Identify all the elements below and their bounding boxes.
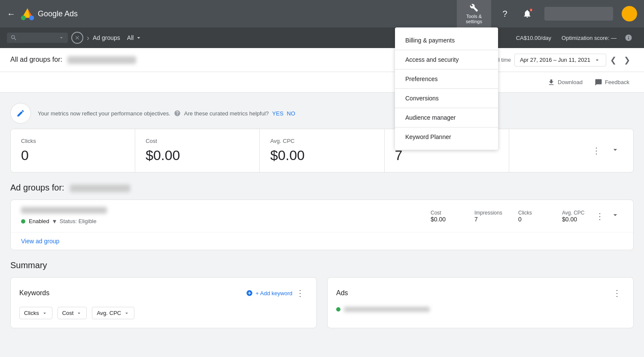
campaign-card: Enabled ▾ Status: Eligible Cost $0.00 Im… — [10, 200, 634, 250]
metric-avg-cpc: Avg. CPC $0.00 — [260, 129, 384, 172]
metrics-note: Your metrics now reflect your performanc… — [38, 110, 295, 117]
metric-clicks: Clicks 0 — [11, 129, 135, 172]
metric-clicks-value: 0 — [21, 148, 125, 163]
status-enabled-dot — [21, 219, 25, 224]
ads-title: Ads — [336, 289, 609, 297]
help-button[interactable]: ? — [496, 5, 513, 22]
edit-button[interactable] — [10, 103, 31, 124]
ad-groups-campaign-blurred: ████████████ — [70, 185, 130, 192]
account-search[interactable] — [544, 7, 613, 21]
avg-cpc-dropdown[interactable]: Avg. CPC — [92, 307, 134, 319]
help-icon: ? — [502, 9, 507, 19]
clicks-dropdown-icon — [42, 310, 48, 316]
summary-title: Summary — [10, 260, 634, 270]
app-logo: Google Ads — [21, 7, 78, 21]
feedback-button[interactable]: Feedback — [590, 76, 634, 89]
metrics-expand-button[interactable] — [608, 144, 623, 158]
date-range-selector[interactable]: Apr 27, 2016 – Jun 11, 2021 — [514, 54, 606, 67]
helpful-no[interactable]: NO — [287, 110, 295, 117]
notification-count: 1 — [529, 8, 533, 12]
chevron-down-date-icon — [594, 57, 601, 64]
campaign-more-button[interactable]: ⋮ — [592, 209, 608, 223]
campaign-name-area: Enabled ▾ Status: Eligible — [21, 207, 431, 225]
keywords-title: Keywords — [19, 289, 246, 297]
keywords-more-button[interactable]: ⋮ — [292, 286, 308, 300]
search-box[interactable] — [7, 33, 68, 43]
status-dropdown-button[interactable]: ▾ — [53, 217, 56, 225]
ads-blurred-content — [344, 307, 430, 312]
metric-avg-cpc-value: $0.00 — [270, 148, 374, 163]
ads-dot — [336, 307, 340, 312]
wrench-icon — [469, 3, 479, 12]
menu-keyword-planner[interactable]: Keyword Planner — [395, 127, 498, 146]
helpful-yes[interactable]: YES — [272, 110, 283, 117]
camp-metric-cost: Cost $0.00 — [431, 210, 461, 223]
campaign-expand-button[interactable] — [608, 209, 623, 223]
status-label: Status: Eligible — [60, 218, 97, 224]
view-ad-group-link[interactable]: View ad group — [11, 233, 633, 250]
menu-audience-manager[interactable]: Audience manager — [395, 108, 498, 127]
budget-display: CA$10.00/day — [516, 35, 551, 41]
cost-dropdown[interactable]: Cost — [58, 307, 87, 319]
campaign-name-blurred: ████████████ — [67, 56, 136, 64]
breadcrumb-separator: › — [87, 33, 89, 42]
menu-preferences[interactable]: Preferences — [395, 70, 498, 89]
svg-point-4 — [21, 15, 26, 20]
cost-dropdown-icon — [76, 310, 82, 316]
metric-clicks-label: Clicks — [21, 138, 125, 144]
tools-settings-button[interactable]: Tools & settings — [457, 0, 491, 27]
keywords-card-header: Keywords + Add keyword ⋮ — [19, 286, 308, 300]
avg-cpc-dropdown-icon — [124, 310, 130, 316]
breadcrumb-all-dropdown[interactable]: All — [124, 33, 146, 43]
chevron-down-metrics-icon — [611, 145, 620, 154]
metric-actions: ⋮ — [509, 129, 633, 172]
menu-conversions[interactable]: Conversions — [395, 89, 498, 108]
campaign-name — [21, 207, 107, 214]
menu-access-security[interactable]: Access and security — [395, 50, 498, 70]
tools-dropdown-menu: Billing & payments Access and security P… — [395, 27, 498, 150]
edit-pencil-icon — [16, 109, 25, 118]
breadcrumb-ad-groups: Ad groups — [93, 34, 120, 41]
back-button[interactable]: ← — [7, 9, 15, 19]
action-bar: Download Feedback — [0, 72, 644, 93]
top-navigation: ← Google Ads Tools & settings ? 1 — [0, 0, 644, 27]
opt-score-display: Optimization score: — — [562, 35, 617, 41]
search-dropdown-icon[interactable] — [58, 35, 64, 41]
menu-billing-payments[interactable]: Billing & payments — [395, 31, 498, 50]
ads-card: Ads ⋮ — [327, 277, 634, 328]
date-prev-button[interactable]: ❮ — [606, 53, 620, 67]
breadcrumb-close-button[interactable] — [71, 32, 83, 44]
chevron-down-icon — [135, 34, 142, 41]
download-icon — [547, 79, 555, 86]
add-keyword-button[interactable]: + Add keyword — [246, 290, 292, 296]
user-avatar[interactable] — [622, 6, 637, 21]
all-ad-groups-title: All ad groups for: ████████████ — [10, 56, 136, 64]
download-button[interactable]: Download — [543, 76, 587, 89]
search-input[interactable] — [21, 35, 55, 41]
chevron-down-campaign-icon — [611, 211, 620, 219]
metric-cost-label: Cost — [146, 138, 249, 144]
camp-metric-avg-cpc: Avg. CPC $0.00 — [562, 210, 592, 223]
info-icon — [625, 34, 632, 42]
camp-metric-clicks: Clicks 0 — [518, 210, 548, 223]
metrics-more-button[interactable]: ⋮ — [589, 144, 604, 157]
feedback-icon — [595, 79, 602, 86]
content-area: Your metrics now reflect your performanc… — [0, 93, 644, 339]
campaign-row: Enabled ▾ Status: Eligible Cost $0.00 Im… — [11, 200, 633, 233]
breadcrumb-bar: › Ad groups All CA$10.00/day Optimizatio… — [0, 27, 644, 48]
all-header: All ad groups for: ████████████ All time… — [0, 48, 644, 72]
app-name: Google Ads — [38, 9, 78, 18]
date-next-button[interactable]: ❯ — [620, 53, 634, 67]
metrics-cards: Clicks 0 Cost $0.00 Avg. CPC $0.00 Impre… — [10, 129, 634, 172]
close-icon — [74, 35, 80, 41]
metrics-header: Your metrics now reflect your performanc… — [10, 103, 634, 124]
metric-cost-value: $0.00 — [146, 148, 249, 163]
camp-metric-impressions: Impressions 7 — [474, 210, 504, 223]
keywords-dropdowns: Clicks Cost Avg. CPC — [19, 307, 308, 319]
ads-more-button[interactable]: ⋮ — [609, 286, 625, 300]
notifications-button[interactable]: 1 — [519, 5, 536, 22]
help-inline-button[interactable] — [620, 29, 637, 46]
clicks-dropdown[interactable]: Clicks — [19, 307, 52, 319]
ads-card-header: Ads ⋮ — [336, 286, 625, 300]
keywords-card: Keywords + Add keyword ⋮ Clicks Cost — [10, 277, 317, 328]
